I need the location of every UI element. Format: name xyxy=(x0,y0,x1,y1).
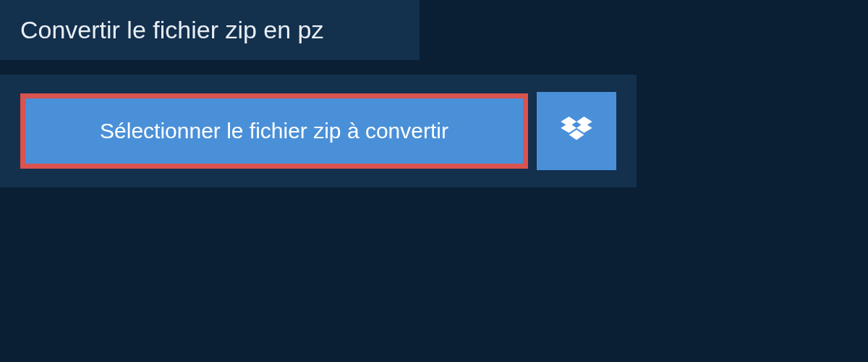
action-panel: Sélectionner le fichier zip à convertir xyxy=(0,75,637,188)
select-file-button[interactable]: Sélectionner le fichier zip à convertir xyxy=(20,93,528,169)
dropbox-icon xyxy=(561,117,592,146)
page-container: Convertir le fichier zip en pz Sélection… xyxy=(0,0,868,362)
page-title: Convertir le fichier zip en pz xyxy=(0,0,420,60)
dropbox-button[interactable] xyxy=(537,92,616,170)
